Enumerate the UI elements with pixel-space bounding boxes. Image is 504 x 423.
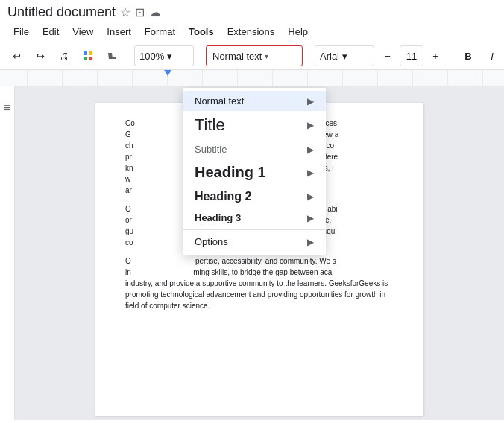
dropdown-item-options[interactable]: Options ▶ (183, 232, 326, 252)
heading2-label: Heading 2 (195, 190, 251, 203)
title-bar: Untitled document ☆ ⊡ ☁ (0, 0, 504, 22)
options-label: Options (195, 236, 228, 247)
redo-button[interactable]: ↪ (30, 45, 51, 66)
menu-tools[interactable]: Tools (183, 23, 220, 40)
style-dropdown[interactable]: Normal text ▾ (206, 45, 303, 66)
font-size-area: − + (377, 45, 446, 66)
dropdown-divider (183, 229, 326, 230)
dropdown-item-heading2[interactable]: Heading 2 ▶ (183, 185, 326, 208)
ruler-line (0, 70, 504, 86)
heading1-arrow: ▶ (307, 168, 314, 178)
font-size-input[interactable] (400, 45, 423, 66)
title-label: Title (195, 115, 225, 135)
menu-help[interactable]: Help (282, 23, 314, 40)
zoom-level: 100% (139, 51, 164, 62)
document-title[interactable]: Untitled document (7, 4, 116, 20)
font-family-dropdown[interactable]: Arial ▾ (315, 45, 374, 66)
svg-rect-1 (89, 51, 92, 55)
content-area: ≡ Co that provides computer science reso… (0, 86, 504, 420)
format-clear-button[interactable] (101, 45, 122, 66)
print-button[interactable]: 🖨 (54, 45, 75, 66)
ruler (0, 70, 504, 86)
zoom-dropdown[interactable]: 100% ▾ (134, 45, 194, 66)
italic-button[interactable]: I (482, 45, 503, 66)
style-dropdown-chevron: ▾ (265, 52, 268, 60)
menu-format[interactable]: Format (139, 23, 181, 40)
svg-rect-3 (89, 57, 92, 60)
ruler-marker (164, 70, 171, 76)
menu-extensions[interactable]: Extensions (221, 23, 281, 40)
style-dropdown-menu: Normal text ▶ Title ▶ Subtitle ▶ Heading… (183, 88, 326, 255)
bold-button[interactable]: B (458, 45, 479, 66)
dropdown-item-title[interactable]: Title ▶ (183, 111, 326, 139)
normal-text-arrow: ▶ (307, 96, 314, 106)
dropdown-item-heading1[interactable]: Heading 1 ▶ (183, 159, 326, 185)
svg-rect-2 (84, 57, 87, 60)
sidebar-handle[interactable]: ≡ (0, 86, 15, 420)
menu-edit[interactable]: Edit (37, 23, 65, 40)
menu-insert[interactable]: Insert (101, 23, 137, 40)
decrease-font-button[interactable]: − (377, 45, 398, 66)
cloud-icon[interactable]: ☁ (149, 5, 161, 19)
svg-rect-0 (84, 51, 87, 55)
subtitle-arrow: ▶ (307, 144, 314, 155)
style-dropdown-label: Normal text (212, 51, 262, 62)
heading3-arrow: ▶ (307, 213, 314, 223)
font-family-label: Arial (320, 51, 339, 62)
paragraph-3: O pertise, accessibility, and community.… (125, 255, 394, 311)
dropdown-item-subtitle[interactable]: Subtitle ▶ (183, 139, 326, 159)
heading1-label: Heading 1 (195, 164, 266, 181)
subtitle-label: Subtitle (195, 144, 227, 155)
title-arrow: ▶ (307, 120, 314, 130)
star-icon[interactable]: ☆ (120, 5, 130, 19)
svg-rect-4 (112, 57, 116, 59)
paint-format-button[interactable] (78, 45, 98, 66)
history-icon[interactable]: ⊡ (135, 5, 145, 19)
zoom-chevron: ▾ (167, 51, 172, 62)
options-arrow: ▶ (307, 237, 314, 247)
title-icons: ☆ ⊡ ☁ (120, 5, 161, 19)
heading2-arrow: ▶ (307, 191, 314, 202)
toolbar: ↩ ↪ 🖨 100% ▾ Normal text ▾ Arial ▾ − + B… (0, 42, 504, 70)
menu-bar: File Edit View Insert Format Tools Exten… (0, 22, 504, 42)
font-chevron: ▾ (342, 51, 347, 62)
menu-file[interactable]: File (7, 23, 35, 40)
menu-view[interactable]: View (66, 23, 99, 40)
undo-button[interactable]: ↩ (6, 45, 27, 66)
increase-font-button[interactable]: + (425, 45, 446, 66)
normal-text-label: Normal text (195, 95, 244, 106)
heading3-label: Heading 3 (195, 212, 241, 223)
dropdown-item-heading3[interactable]: Heading 3 ▶ (183, 208, 326, 228)
dropdown-item-normal-text[interactable]: Normal text ▶ (183, 91, 326, 111)
